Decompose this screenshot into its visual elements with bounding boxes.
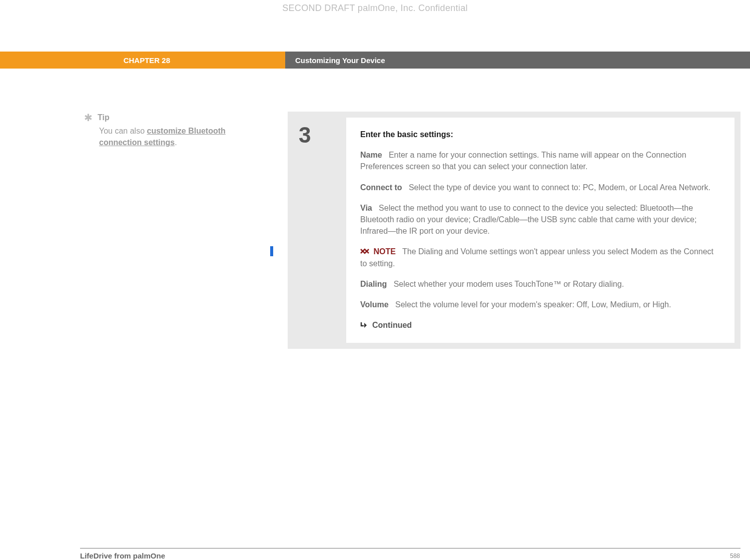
continued-arrow-icon — [360, 321, 368, 329]
chapter-label-block: CHAPTER 28 — [0, 52, 285, 69]
chapter-label: CHAPTER 28 — [124, 56, 170, 65]
note-icon — [360, 248, 369, 256]
note-label: NOTE — [373, 247, 395, 256]
tip-suffix: . — [175, 138, 177, 147]
tip-sidebar: ✱ Tip You can also customize Bluetooth c… — [84, 112, 239, 148]
asterisk-icon: ✱ — [84, 111, 93, 125]
note-desc: The Dialing and Volume settings won't ap… — [360, 247, 713, 267]
step-number-column: 3 — [294, 118, 346, 343]
setting-volume: Volume Select the volume level for your … — [360, 299, 720, 310]
setting-name-desc: Enter a name for your connection setting… — [360, 151, 686, 171]
setting-dialing-desc: Select whether your modem uses TouchTone… — [394, 280, 624, 288]
setting-via: Via Select the method you want to use to… — [360, 202, 720, 237]
setting-volume-term: Volume — [360, 300, 389, 309]
setting-volume-desc: Select the volume level for your modem's… — [395, 300, 671, 309]
setting-via-desc: Select the method you want to use to con… — [360, 204, 696, 235]
step-heading: Enter the basic settings: — [360, 129, 720, 140]
setting-connect-to: Connect to Select the type of device you… — [360, 182, 720, 193]
setting-name-term: Name — [360, 151, 382, 159]
setting-dialing: Dialing Select whether your modem uses T… — [360, 278, 720, 290]
setting-connect-term: Connect to — [360, 183, 402, 192]
chapter-title: Customizing Your Device — [295, 56, 385, 65]
footer-rule — [80, 548, 740, 548]
chapter-header: CHAPTER 28 Customizing Your Device — [0, 52, 750, 69]
page: SECOND DRAFT palmOne, Inc. Confidential … — [0, 0, 750, 560]
setting-name: Name Enter a name for your connection se… — [360, 149, 720, 172]
note-block: NOTE The Dialing and Volume settings won… — [360, 246, 720, 269]
chapter-title-block: Customizing Your Device — [285, 52, 750, 69]
tip-row: ✱ Tip — [84, 112, 239, 125]
tip-prefix: You can also — [99, 127, 147, 135]
footer-page-number: 588 — [730, 552, 740, 559]
revision-mark-icon — [270, 246, 273, 256]
tip-label: Tip — [98, 112, 110, 123]
continued-label: Continued — [372, 319, 412, 331]
step-box: 3 Enter the basic settings: Name Enter a… — [288, 112, 740, 349]
watermark-text: SECOND DRAFT palmOne, Inc. Confidential — [0, 3, 750, 14]
continued-row: Continued — [360, 319, 720, 331]
tip-body: You can also customize Bluetooth connect… — [99, 125, 239, 148]
setting-connect-desc: Select the type of device you want to co… — [409, 183, 710, 192]
footer-product: LifeDrive from palmOne — [80, 551, 165, 560]
step-number: 3 — [299, 123, 346, 148]
setting-via-term: Via — [360, 204, 372, 212]
step-content: Enter the basic settings: Name Enter a n… — [346, 118, 734, 343]
setting-dialing-term: Dialing — [360, 280, 387, 288]
